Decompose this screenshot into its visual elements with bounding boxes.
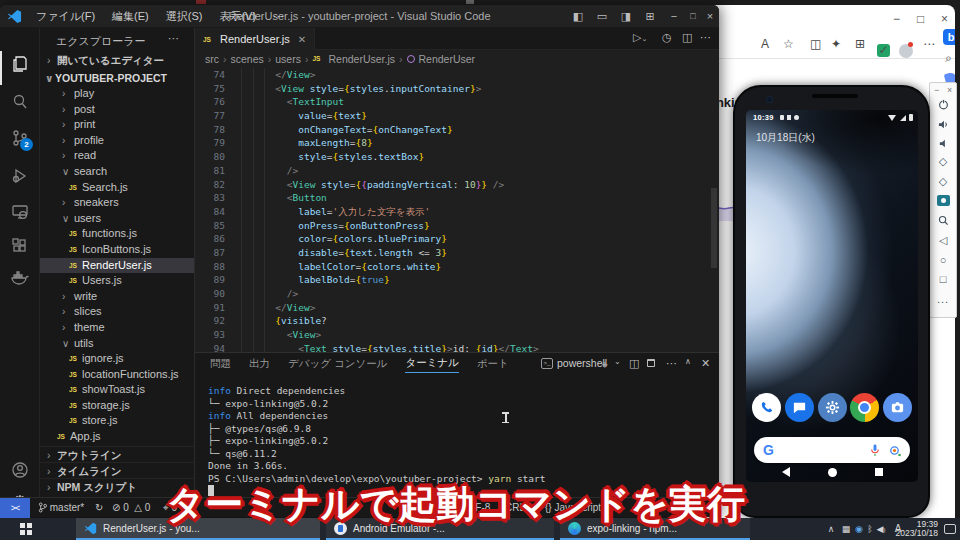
extensions-grid-icon[interactable]: ⊞ xyxy=(855,37,865,51)
more-icon[interactable]: ... xyxy=(930,294,956,305)
panel-tab[interactable]: ターミナル xyxy=(405,356,458,373)
open-editors-section[interactable]: ›開いているエディター xyxy=(40,52,195,68)
mic-icon[interactable] xyxy=(870,444,880,457)
code-line[interactable]: 82 <View style={{paddingVertical: 10}} /… xyxy=(195,178,719,192)
sidebar-section[interactable]: ›タイムライン xyxy=(40,462,195,478)
tab-close-icon[interactable]: ✕ xyxy=(298,34,306,45)
rotate-right-icon[interactable]: ◇ xyxy=(930,176,956,187)
explorer-folder[interactable]: ›slices xyxy=(40,304,195,320)
explorer-folder[interactable]: ›write xyxy=(40,289,195,305)
explorer-file[interactable]: JSRenderUser.js xyxy=(40,258,195,274)
google-search-bar[interactable]: G xyxy=(754,437,910,463)
tray-speaker-icon[interactable]: ◀) xyxy=(874,518,888,540)
code-line[interactable]: 74 </View> xyxy=(195,68,719,82)
nav-back-button[interactable] xyxy=(782,467,790,477)
panel-tab[interactable]: 問題 xyxy=(210,357,231,371)
code-line[interactable]: 85 onPress={onButtonPress} xyxy=(195,219,719,233)
code-line[interactable]: 89 labelBold={true} xyxy=(195,273,719,287)
tab-renderuser[interactable]: JS RenderUser.js ✕ xyxy=(195,28,315,50)
explorer-folder[interactable]: ›post xyxy=(40,102,195,118)
home-icon[interactable]: ○ xyxy=(930,255,956,266)
new-terminal-icon[interactable]: ＋ xyxy=(599,357,610,372)
code-line[interactable]: 84 label='入力した文字を表示' xyxy=(195,205,719,219)
menu-item[interactable]: 選択(S) xyxy=(158,7,211,26)
problems-indicator[interactable]: ⊘ 0 △ 0 xyxy=(112,498,150,518)
code-line[interactable]: 93 <View> xyxy=(195,328,719,342)
sync-icon[interactable]: ↻ xyxy=(95,498,103,518)
source-control-icon[interactable]: 2 xyxy=(0,128,40,150)
panel-maximize-icon[interactable]: ∧ xyxy=(685,357,691,366)
remote-explorer-icon[interactable] xyxy=(0,202,40,224)
run-file-icon[interactable]: ▷⌄ xyxy=(633,31,647,44)
panel-minimize-icon[interactable]: − xyxy=(934,85,939,95)
edge-maximize-button[interactable]: □ xyxy=(917,13,924,25)
sidebar-section[interactable]: ›アウトライン xyxy=(40,446,195,462)
volume-down-icon[interactable] xyxy=(930,138,956,151)
copilot-sidebar-icon[interactable]: b xyxy=(943,29,955,45)
account-icon[interactable] xyxy=(0,460,40,482)
close-button[interactable]: × xyxy=(698,5,722,28)
layout-panel-icon[interactable]: ▭ xyxy=(590,5,614,28)
explorer-file[interactable]: JSstorage.js xyxy=(40,398,195,414)
layout-customize-icon[interactable]: ⊞ xyxy=(638,5,662,28)
explorer-icon[interactable] xyxy=(0,54,40,76)
code-line[interactable]: 87 disable={text.length <= 3} xyxy=(195,246,719,260)
explorer-file[interactable]: JSstore.js xyxy=(40,413,195,429)
menu-item[interactable]: ⋯ xyxy=(265,8,292,25)
layout-sidebar-icon[interactable]: ◧ xyxy=(566,5,590,28)
panel-tab[interactable]: ポート xyxy=(477,357,509,371)
rotate-left-icon[interactable]: ◇ xyxy=(930,156,956,167)
favorite-star-icon[interactable]: ☆ xyxy=(783,37,794,51)
menu-item[interactable]: 表示(V) xyxy=(211,7,264,26)
docker-icon[interactable] xyxy=(0,268,40,290)
explorer-file[interactable]: JSignore.js xyxy=(40,351,195,367)
terminal-dropdown-icon[interactable]: ⌄ xyxy=(614,357,621,366)
breadcrumb[interactable]: src› scenes› users› JSRenderUser.js› Ren… xyxy=(195,50,719,68)
read-aloud-icon[interactable]: A xyxy=(761,37,769,51)
code-line[interactable]: 83 <Button xyxy=(195,191,719,205)
code-line[interactable]: 79 maxLength={8} xyxy=(195,136,719,150)
code-line[interactable]: 94 <Text style={styles.title}>id: {id}</… xyxy=(195,342,719,352)
explorer-folder[interactable]: ›play xyxy=(40,86,195,102)
explorer-file[interactable]: JSIconButtons.js xyxy=(40,242,195,258)
nav-home-button[interactable] xyxy=(828,468,837,477)
code-line[interactable]: 80 style={styles.textBox} xyxy=(195,150,719,164)
explorer-folder[interactable]: ›read xyxy=(40,148,195,164)
panel-more-icon[interactable]: ⋯ xyxy=(666,357,677,370)
kill-terminal-icon[interactable] xyxy=(647,357,655,369)
code-line[interactable]: 86 color={colors.bluePrimary} xyxy=(195,232,719,246)
camera-app-icon[interactable] xyxy=(883,393,912,422)
layout-secondary-sidebar-icon[interactable]: ◨ xyxy=(614,5,638,28)
branch-indicator[interactable]: master* xyxy=(38,498,84,518)
search-icon[interactable] xyxy=(0,92,40,114)
tray-icon[interactable]: ▦ xyxy=(839,518,853,540)
tray-clock[interactable]: 19:392023/10/18 xyxy=(895,520,938,538)
explorer-more-icon[interactable]: ⋯ xyxy=(168,32,179,45)
tray-expand-icon[interactable]: ∧ xyxy=(824,518,838,540)
explorer-file[interactable]: JSSearch.js xyxy=(40,180,195,196)
code-line[interactable]: 77 value={text} xyxy=(195,109,719,123)
run-and-debug-icon[interactable] xyxy=(0,166,40,188)
panel-tab[interactable]: デバッグ コンソール xyxy=(288,357,387,371)
google-lens-icon[interactable] xyxy=(888,444,901,457)
explorer-folder[interactable]: ∨utils xyxy=(40,336,195,352)
menu-item[interactable]: ファイル(F) xyxy=(28,7,103,26)
remote-indicator[interactable]: >< xyxy=(0,498,30,518)
collections-icon[interactable]: ✦ xyxy=(831,37,841,51)
power-icon[interactable] xyxy=(930,99,956,112)
terminal-output[interactable]: info Direct dependencies└─ expo-linking@… xyxy=(208,385,545,485)
split-editor-icon[interactable]: ◫ xyxy=(682,31,692,44)
edge-minimize-button[interactable]: − xyxy=(893,13,900,25)
explorer-file[interactable]: JSlocationFunctions.js xyxy=(40,367,195,383)
code-editor[interactable]: 74 </View>75 <View style={styles.inputCo… xyxy=(195,68,719,352)
back-icon[interactable]: ◁ xyxy=(930,235,956,246)
chrome-app-icon[interactable] xyxy=(850,393,879,422)
code-line[interactable]: 81 /> xyxy=(195,164,719,178)
sidebar-search-icon[interactable]: ⌕ xyxy=(945,51,952,65)
timeline-history-icon[interactable]: ◷ xyxy=(662,31,672,44)
explorer-file[interactable]: JSshowToast.js xyxy=(40,382,195,398)
code-line[interactable]: 90 /> xyxy=(195,287,719,301)
panel-close-icon[interactable]: ✕ xyxy=(701,357,710,370)
explorer-file[interactable]: JSUsers.js xyxy=(40,273,195,289)
explorer-folder[interactable]: ∨search xyxy=(40,164,195,180)
